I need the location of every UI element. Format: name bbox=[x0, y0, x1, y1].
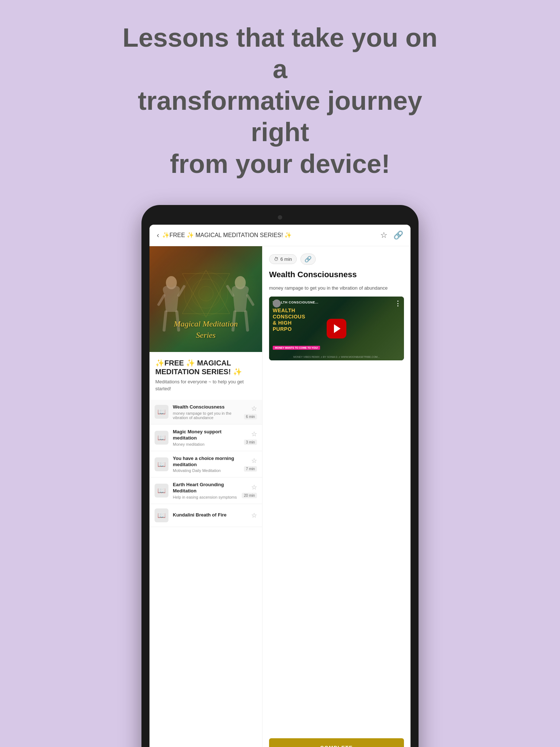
lesson-item[interactable]: 📖 Earth Heart Grounding Meditation Help … bbox=[149, 477, 262, 504]
course-hero-image: Magical Meditation Series bbox=[149, 246, 262, 352]
lesson-subtitle: Help in easing ascension symptoms bbox=[173, 495, 237, 499]
lesson-meta: ☆ 20 min bbox=[242, 483, 257, 498]
headline-line1: Lessons that take you on a bbox=[122, 23, 438, 84]
book-icon: 📖 bbox=[158, 408, 166, 416]
svg-point-3 bbox=[191, 279, 221, 308]
tablet-frame: ‹ ✨FREE ✨ MAGICAL MEDITATION SERIES! ✨ ☆… bbox=[141, 205, 419, 747]
time-badge: ⏱ 6 min bbox=[269, 254, 297, 264]
lesson-meta: ☆ 6 min bbox=[244, 405, 257, 419]
tablet-screen: ‹ ✨FREE ✨ MAGICAL MEDITATION SERIES! ✨ ☆… bbox=[149, 225, 411, 747]
lesson-meta-row: ⏱ 6 min 🔗 bbox=[269, 253, 404, 265]
lesson-text: You have a choice morning meditation Mot… bbox=[173, 456, 240, 473]
play-button[interactable] bbox=[327, 319, 346, 338]
lesson-name: Wealth Consciousness bbox=[173, 404, 240, 410]
play-triangle-icon bbox=[334, 324, 341, 333]
lesson-text: Earth Heart Grounding Meditation Help in… bbox=[173, 482, 237, 499]
lesson-duration: 3 min bbox=[244, 440, 257, 445]
lesson-name: Magic Money support meditation bbox=[173, 429, 240, 441]
course-description: Meditations for everyone ~ to help you g… bbox=[155, 378, 256, 392]
lesson-name: Kundalini Breath of Fire bbox=[173, 512, 247, 518]
lesson-subtitle: Money meditation bbox=[173, 442, 240, 446]
course-info-section: ✨FREE ✨ MAGICAL MEDITATION SERIES! ✨ Med… bbox=[149, 352, 262, 397]
lesson-list: 📖 Wealth Consciousness money rampage to … bbox=[149, 397, 262, 530]
header-icons: ☆ 🔗 bbox=[380, 231, 403, 240]
lesson-item[interactable]: 📖 You have a choice morning meditation M… bbox=[149, 451, 262, 478]
headline-line3: from your device! bbox=[170, 149, 390, 178]
lesson-icon-wrap: 📖 bbox=[155, 484, 168, 498]
bookmark-icon[interactable]: ☆ bbox=[380, 231, 388, 240]
star-icon[interactable]: ☆ bbox=[251, 483, 257, 491]
hero-title-overlay: Magical Meditation Series bbox=[174, 318, 238, 341]
star-icon[interactable]: ☆ bbox=[251, 511, 257, 519]
video-thumbnail[interactable]: WEALTH CONSCIOUSNE... WEALTHCONSCIOUS& H… bbox=[269, 297, 404, 360]
video-title-big: WEALTHCONSCIOUS& HIGHPURPO bbox=[273, 307, 305, 332]
book-icon: 📖 bbox=[158, 434, 166, 442]
lesson-icon-wrap: 📖 bbox=[155, 508, 168, 522]
lesson-detail-title: Wealth Consciousness bbox=[269, 270, 404, 279]
lesson-text: Magic Money support meditation Money med… bbox=[173, 429, 240, 446]
app-header: ‹ ✨FREE ✨ MAGICAL MEDITATION SERIES! ✨ ☆… bbox=[149, 225, 411, 246]
lesson-name: Earth Heart Grounding Meditation bbox=[173, 482, 237, 494]
headline-line2: transformative journey right bbox=[138, 86, 422, 147]
lesson-meta: ☆ 7 min bbox=[244, 457, 257, 472]
lesson-name: You have a choice morning meditation bbox=[173, 456, 240, 468]
lesson-meta: ☆ bbox=[251, 511, 257, 519]
clock-icon: ⏱ bbox=[274, 256, 279, 262]
content-area: Magical Meditation Series ✨FREE ✨ MAGICA… bbox=[149, 246, 411, 747]
lesson-icon-wrap: 📖 bbox=[155, 457, 168, 471]
svg-point-4 bbox=[199, 286, 213, 301]
lesson-duration: 7 min bbox=[244, 466, 257, 472]
video-more-button[interactable]: ⋮ bbox=[394, 299, 401, 307]
star-icon[interactable]: ☆ bbox=[251, 430, 257, 438]
book-icon: 📖 bbox=[158, 460, 166, 468]
tablet-camera bbox=[278, 215, 282, 220]
duration-label: 6 min bbox=[280, 256, 292, 262]
lesson-subtitle: money rampage to get you in the vibratio… bbox=[173, 411, 240, 420]
lesson-detail-desc: money rampage to get you in the vibratio… bbox=[269, 285, 404, 292]
lesson-meta: ☆ 3 min bbox=[244, 430, 257, 445]
star-icon[interactable]: ☆ bbox=[251, 457, 257, 465]
lesson-icon-wrap: 📖 bbox=[155, 431, 168, 445]
lesson-duration: 6 min bbox=[244, 414, 257, 419]
lesson-subtitle: Motivating Daily Meditation bbox=[173, 468, 240, 473]
video-watermark: MONEY VIBES REMIX ♬ BY SONIA G ♬ WWW.MOO… bbox=[269, 356, 404, 358]
lesson-item[interactable]: 📖 Wealth Consciousness money rampage to … bbox=[149, 400, 262, 425]
header-left: ‹ ✨FREE ✨ MAGICAL MEDITATION SERIES! ✨ bbox=[157, 231, 292, 239]
lesson-item[interactable]: 📖 Magic Money support meditation Money m… bbox=[149, 425, 262, 451]
video-subtitle: MONEY WANTS TO COME TO YOU! bbox=[273, 344, 382, 350]
header-title: ✨FREE ✨ MAGICAL MEDITATION SERIES! ✨ bbox=[162, 232, 292, 239]
svg-point-2 bbox=[184, 272, 228, 316]
lesson-duration: 20 min bbox=[242, 493, 257, 498]
link-badge[interactable]: 🔗 bbox=[300, 253, 316, 265]
course-title: ✨FREE ✨ MAGICAL MEDITATION SERIES! ✨ bbox=[155, 359, 256, 376]
complete-button[interactable]: COMPLETE bbox=[269, 738, 404, 747]
left-panel: Magical Meditation Series ✨FREE ✨ MAGICA… bbox=[149, 246, 262, 747]
channel-avatar bbox=[273, 299, 281, 307]
right-panel: ⏱ 6 min 🔗 Wealth Consciousness money ram… bbox=[262, 246, 411, 747]
share-link-icon[interactable]: 🔗 bbox=[393, 231, 403, 240]
video-bg: WEALTH CONSCIOUSNE... WEALTHCONSCIOUS& H… bbox=[269, 297, 404, 360]
headline: Lessons that take you on a transformativ… bbox=[116, 22, 444, 179]
lesson-icon-wrap: 📖 bbox=[155, 405, 168, 419]
lesson-item[interactable]: 📖 Kundalini Breath of Fire ☆ bbox=[149, 504, 262, 527]
book-icon: 📖 bbox=[158, 511, 166, 519]
star-icon[interactable]: ☆ bbox=[251, 405, 257, 413]
book-icon: 📖 bbox=[158, 487, 166, 495]
lesson-text: Kundalini Breath of Fire bbox=[173, 512, 247, 519]
lesson-text: Wealth Consciousness money rampage to ge… bbox=[173, 404, 240, 420]
back-button[interactable]: ‹ bbox=[157, 231, 159, 239]
